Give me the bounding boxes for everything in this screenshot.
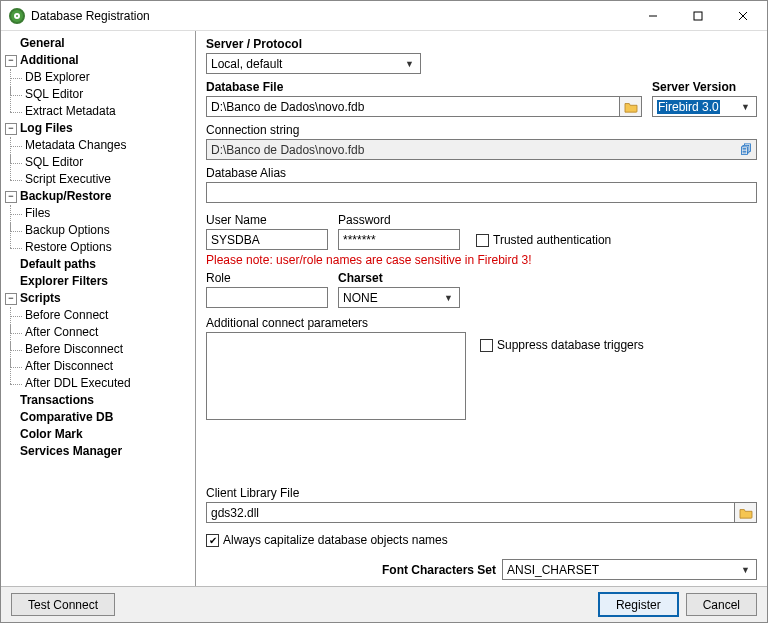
select-value: Local, default: [211, 57, 282, 71]
tree-metadata-changes[interactable]: Metadata Changes: [19, 137, 195, 154]
browse-button[interactable]: [735, 502, 757, 523]
tree-explorer-filters[interactable]: Explorer Filters: [3, 273, 195, 290]
tree-scripts[interactable]: −Scripts: [3, 290, 195, 307]
tree-sql-editor[interactable]: SQL Editor: [19, 86, 195, 103]
window-title: Database Registration: [31, 9, 630, 23]
chevron-down-icon: ▼: [737, 565, 754, 575]
chevron-down-icon: ▼: [401, 59, 418, 69]
username-label: User Name: [206, 213, 328, 227]
server-version-label: Server Version: [652, 80, 757, 94]
charset-label: Charset: [338, 271, 460, 285]
database-alias-input[interactable]: [206, 182, 757, 203]
tree-color-mark[interactable]: Color Mark: [3, 426, 195, 443]
tree-label: Before Connect: [25, 308, 108, 323]
case-sensitive-note: Please note: user/role names are case se…: [206, 253, 757, 267]
collapse-icon[interactable]: −: [5, 123, 17, 135]
tree-general[interactable]: General: [3, 35, 195, 52]
connection-string-value: D:\Banco de Dados\novo.fdb: [211, 143, 364, 157]
tree-comparative-db[interactable]: Comparative DB: [3, 409, 195, 426]
tree-additional[interactable]: −Additional: [3, 52, 195, 69]
tree-after-ddl[interactable]: After DDL Executed: [19, 375, 195, 392]
username-input[interactable]: [206, 229, 328, 250]
tree-db-explorer[interactable]: DB Explorer: [19, 69, 195, 86]
tree-label: Transactions: [20, 393, 94, 408]
tree-label: After Disconnect: [25, 359, 113, 374]
maximize-button[interactable]: [675, 2, 720, 30]
trusted-auth-checkbox[interactable]: Trusted authentication: [476, 233, 611, 247]
minimize-button[interactable]: [630, 2, 675, 30]
collapse-icon[interactable]: −: [5, 55, 17, 67]
test-connect-button[interactable]: Test Connect: [11, 593, 115, 616]
tree-label: Metadata Changes: [25, 138, 126, 153]
tree-label: Before Disconnect: [25, 342, 123, 357]
cancel-button[interactable]: Cancel: [686, 593, 757, 616]
chevron-down-icon: ▼: [737, 102, 754, 112]
copy-icon[interactable]: 🗐: [740, 143, 752, 157]
footer: Test Connect Register Cancel: [1, 586, 767, 622]
checkbox-box: [476, 234, 489, 247]
tree-label: Default paths: [20, 257, 96, 272]
collapse-icon[interactable]: −: [5, 293, 17, 305]
capitalize-checkbox[interactable]: ✔ Always capitalize database objects nam…: [206, 533, 757, 547]
database-file-input[interactable]: [206, 96, 620, 117]
chevron-down-icon: ▼: [440, 293, 457, 303]
main-panel: Server / Protocol Local, default ▼ Datab…: [196, 31, 767, 586]
tree-transactions[interactable]: Transactions: [3, 392, 195, 409]
browse-button[interactable]: [620, 96, 642, 117]
tree-label: Backup/Restore: [20, 189, 111, 204]
tree-extract-metadata[interactable]: Extract Metadata: [19, 103, 195, 120]
tree-after-disconnect[interactable]: After Disconnect: [19, 358, 195, 375]
tree-after-connect[interactable]: After Connect: [19, 324, 195, 341]
tree-before-disconnect[interactable]: Before Disconnect: [19, 341, 195, 358]
tree-backup-restore[interactable]: −Backup/Restore: [3, 188, 195, 205]
tree-files[interactable]: Files: [19, 205, 195, 222]
additional-params-input[interactable]: [206, 332, 466, 420]
font-charset-label: Font Characters Set: [206, 563, 496, 577]
checkbox-box: ✔: [206, 534, 219, 547]
tree-log-files[interactable]: −Log Files: [3, 120, 195, 137]
tree-default-paths[interactable]: Default paths: [3, 256, 195, 273]
font-charset-select[interactable]: ANSI_CHARSET ▼: [502, 559, 757, 580]
server-protocol-select[interactable]: Local, default ▼: [206, 53, 421, 74]
client-lib-input[interactable]: [206, 502, 735, 523]
tree-label: Restore Options: [25, 240, 112, 255]
checkbox-label: Trusted authentication: [493, 233, 611, 247]
checkbox-box: [480, 339, 493, 352]
role-input[interactable]: [206, 287, 328, 308]
window-controls: [630, 2, 765, 30]
titlebar: Database Registration: [1, 1, 767, 31]
tree-label: Log Files: [20, 121, 73, 136]
server-protocol-label: Server / Protocol: [206, 37, 757, 51]
tree-label: Scripts: [20, 291, 61, 306]
client-lib-field: [206, 502, 757, 523]
close-button[interactable]: [720, 2, 765, 30]
tree-sql-editor-log[interactable]: SQL Editor: [19, 154, 195, 171]
tree-label: Extract Metadata: [25, 104, 116, 119]
database-file-label: Database File: [206, 80, 642, 94]
tree-services-manager[interactable]: Services Manager: [3, 443, 195, 460]
tree-label: DB Explorer: [25, 70, 90, 85]
sidebar-tree: General −Additional DB Explorer SQL Edit…: [1, 31, 196, 586]
register-button[interactable]: Register: [599, 593, 678, 616]
checkbox-label: Always capitalize database objects names: [223, 533, 448, 547]
tree-backup-options[interactable]: Backup Options: [19, 222, 195, 239]
select-value: Firebird 3.0: [657, 100, 720, 114]
tree-label: After Connect: [25, 325, 98, 340]
tree-before-connect[interactable]: Before Connect: [19, 307, 195, 324]
collapse-icon[interactable]: −: [5, 191, 17, 203]
server-version-select[interactable]: Firebird 3.0 ▼: [652, 96, 757, 117]
tree-label: Files: [25, 206, 50, 221]
password-input[interactable]: [338, 229, 460, 250]
suppress-triggers-checkbox[interactable]: Suppress database triggers: [480, 338, 644, 352]
database-alias-label: Database Alias: [206, 166, 757, 180]
connection-string-label: Connection string: [206, 123, 757, 137]
charset-select[interactable]: NONE ▼: [338, 287, 460, 308]
tree-script-executive[interactable]: Script Executive: [19, 171, 195, 188]
password-label: Password: [338, 213, 460, 227]
tree-restore-options[interactable]: Restore Options: [19, 239, 195, 256]
tree-label: SQL Editor: [25, 87, 83, 102]
svg-rect-1: [694, 12, 702, 20]
tree-label: Script Executive: [25, 172, 111, 187]
folder-open-icon: [624, 101, 638, 113]
tree-label: Comparative DB: [20, 410, 113, 425]
